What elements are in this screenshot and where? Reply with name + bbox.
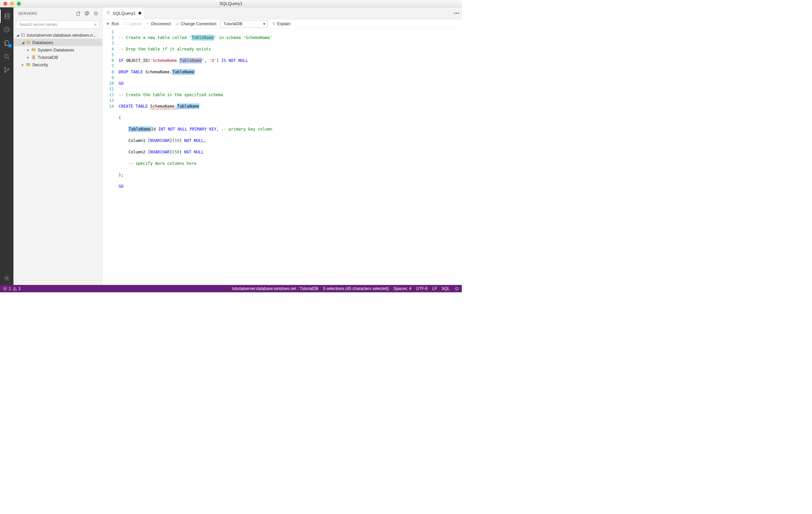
folder-icon (26, 62, 31, 67)
close-window-button[interactable] (3, 2, 7, 6)
svg-point-20 (272, 23, 273, 23)
gear-icon (3, 274, 10, 282)
explain-icon (271, 22, 276, 26)
database-select-value: TutorialDB (224, 22, 242, 26)
database-select[interactable]: TutorialDB (221, 20, 267, 28)
svg-point-29 (456, 288, 457, 289)
activity-tasks[interactable] (0, 23, 13, 36)
sidebar: SERVERS × ◢ (13, 7, 103, 285)
window-title: SQLQuery1 (220, 1, 243, 6)
change-connection-button[interactable]: Change Connection (175, 22, 216, 26)
tree-tutorialdb-label: TutorialDB (38, 55, 58, 60)
svg-rect-19 (124, 23, 126, 25)
clear-search-button[interactable]: × (93, 22, 98, 27)
tree-security-label: Security (32, 62, 48, 67)
svg-point-21 (274, 23, 275, 23)
tab-bar: SQLQuery1 ••• (103, 7, 462, 19)
status-connection[interactable]: tutorialserver.database.windows.net : Tu… (232, 286, 318, 291)
svg-rect-11 (85, 12, 88, 15)
activity-bar: 1 (0, 7, 13, 285)
server-tree: ◢ tutorialserver.database.windows.n... ◢… (13, 30, 102, 68)
run-button[interactable]: Run (106, 22, 119, 26)
activity-settings[interactable] (0, 271, 13, 285)
disconnect-icon (145, 22, 150, 26)
change-connection-label: Change Connection (181, 22, 216, 26)
code-editor[interactable]: 1 2 3 4 5 6 7 8 9 10 11 12 13 14 -- Crea… (103, 29, 462, 285)
status-language[interactable]: SQL (442, 286, 450, 291)
status-eol[interactable]: LF (432, 286, 437, 291)
status-encoding[interactable]: UTF-8 (416, 286, 428, 291)
code-content[interactable]: -- Create a new table called 'TableName'… (119, 29, 462, 285)
cancel-label: Cancel (129, 22, 141, 26)
status-problems[interactable]: 1 1 (3, 286, 21, 291)
svg-line-5 (8, 58, 9, 59)
chevron-right-icon: ▸ (20, 62, 26, 67)
search-icon (3, 53, 10, 60)
collapse-icon (93, 11, 98, 16)
status-feedback[interactable] (455, 286, 459, 291)
line-number-gutter: 1 2 3 4 5 6 7 8 9 10 11 12 13 14 (103, 29, 119, 285)
status-bar: 1 1 tutorialserver.database.windows.net … (0, 285, 462, 292)
svg-point-4 (5, 54, 8, 58)
tab-sqlquery1[interactable]: SQLQuery1 (103, 7, 145, 19)
activity-search[interactable] (0, 50, 13, 63)
sidebar-header: SERVERS (13, 7, 102, 19)
svg-rect-10 (77, 12, 79, 15)
folder-icon (26, 40, 31, 45)
database-icon (31, 54, 36, 60)
editor-area: SQLQuery1 ••• Run Cancel Disconnect Ch (103, 7, 462, 285)
svg-point-8 (8, 68, 9, 70)
new-connection-button[interactable] (75, 10, 82, 17)
stop-icon (123, 22, 127, 26)
sidebar-search: × (13, 19, 102, 30)
sql-file-icon (106, 10, 111, 16)
run-label: Run (112, 22, 119, 26)
svg-point-7 (5, 71, 6, 73)
activity-source-control[interactable] (0, 63, 13, 77)
svg-rect-0 (5, 14, 9, 19)
tree-security-node[interactable]: ▸ Security (13, 61, 102, 68)
chevron-right-icon: ▸ (26, 54, 31, 60)
tree-tutorialdb-node[interactable]: ▸ TutorialDB (13, 53, 102, 61)
explain-button[interactable]: Explain (271, 22, 290, 26)
error-icon (3, 286, 7, 291)
svg-point-28 (455, 287, 458, 290)
status-spaces[interactable]: Spaces: 4 (394, 286, 411, 291)
minimize-window-button[interactable] (10, 2, 14, 6)
tree-server-node[interactable]: ◢ tutorialserver.database.windows.n... (13, 31, 102, 39)
svg-point-6 (5, 67, 6, 69)
tree-sysdb-label: System Databases (38, 48, 74, 52)
play-icon (106, 22, 110, 26)
search-input[interactable] (16, 21, 99, 29)
status-warning-count: 1 (19, 286, 21, 291)
query-toolbar: Run Cancel Disconnect Change Connection … (103, 19, 462, 29)
chevron-down-icon: ◢ (15, 32, 20, 38)
window-controls (0, 2, 21, 6)
tab-overflow-button[interactable]: ••• (452, 7, 462, 19)
svg-point-18 (107, 11, 110, 12)
tree-server-label: tutorialserver.database.windows.n... (27, 33, 96, 38)
tree-system-databases-node[interactable]: ▸ System Databases (13, 46, 102, 53)
new-connection-icon (76, 11, 81, 16)
swap-icon (175, 22, 179, 26)
status-error-count: 1 (9, 286, 11, 291)
tree-databases-node[interactable]: ◢ Databases (13, 39, 102, 46)
cancel-button[interactable]: Cancel (123, 22, 141, 26)
dirty-indicator-icon (139, 12, 141, 15)
new-group-icon (84, 11, 90, 16)
explain-label: Explain (277, 22, 290, 26)
chevron-right-icon: ▸ (26, 47, 31, 52)
warning-icon (12, 286, 17, 291)
collapse-all-button[interactable] (92, 10, 99, 17)
explorer-badge: 1 (8, 44, 12, 48)
new-group-button[interactable] (83, 10, 91, 17)
folder-icon (31, 47, 36, 52)
maximize-window-button[interactable] (17, 2, 21, 6)
activity-explorer[interactable]: 1 (0, 36, 13, 50)
svg-point-27 (14, 290, 15, 290)
activity-servers[interactable] (0, 9, 13, 23)
server-icon (20, 32, 26, 38)
status-selections[interactable]: 5 selections (45 characters selected) (323, 286, 388, 291)
disconnect-button[interactable]: Disconnect (145, 22, 171, 26)
svg-rect-12 (86, 11, 88, 14)
